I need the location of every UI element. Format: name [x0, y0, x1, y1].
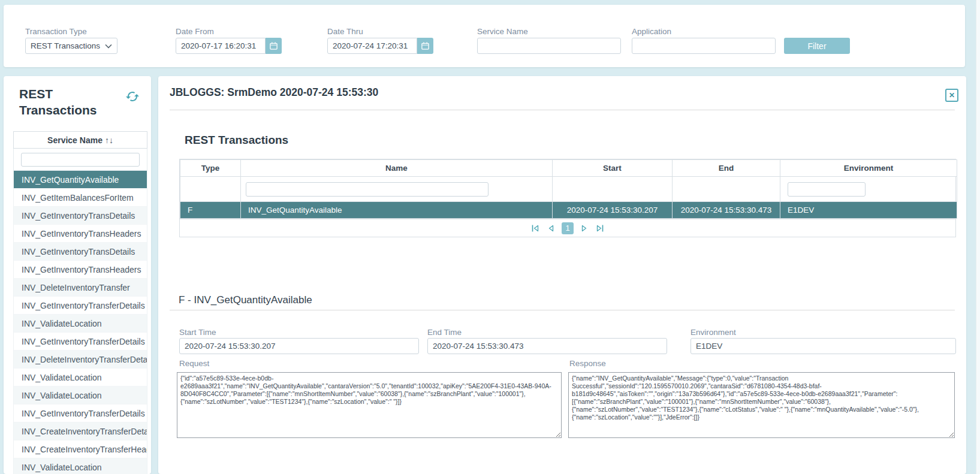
page-scrollbar[interactable] — [976, 0, 980, 474]
end-filter-cell — [673, 177, 780, 202]
transaction-detail-panel: JBLOGGS: SrmDemo 2020-07-24 15:53:30 ✕ R… — [158, 76, 966, 474]
calendar-icon — [269, 41, 278, 50]
tx-table-filter-row — [180, 177, 957, 202]
service-list-item[interactable]: INV_GetQuantityAvailable — [14, 171, 147, 189]
tx-table-body: FINV_GetQuantityAvailable2020-07-24 15:5… — [180, 202, 957, 219]
close-button[interactable]: ✕ — [945, 89, 958, 102]
detail-section-title: F - INV_GetQuantityAvailable — [179, 294, 312, 306]
service-list-item[interactable]: INV_ValidateLocation — [14, 387, 147, 404]
application-input[interactable] — [632, 38, 776, 54]
transaction-type-label: Transaction Type — [25, 27, 87, 36]
service-list-table: Service Name ↑↓ INV_GetQuantityAvailable… — [13, 131, 147, 474]
next-page-icon — [580, 224, 589, 233]
divider — [170, 310, 955, 310]
service-name-header-label: Service Name — [47, 135, 102, 145]
tx-table-header-row: TypeNameStartEndEnvironment — [180, 160, 957, 177]
transaction-cell-type: F — [180, 202, 241, 219]
service-list: INV_GetQuantityAvailableINV_GetItemBalan… — [13, 171, 147, 474]
service-name-input[interactable] — [477, 38, 621, 54]
end-time-input[interactable] — [427, 338, 667, 354]
service-list-item[interactable]: INV_GetInventoryTransferDetails — [14, 404, 147, 422]
tx-column-header[interactable]: Start — [553, 160, 673, 177]
service-list-item[interactable]: INV_DeleteInventoryTransferDetail — [14, 351, 147, 369]
transaction-cell-end: 2020-07-24 15:53:30.473 — [673, 202, 780, 219]
application-label: Application — [632, 27, 671, 36]
rest-transactions-sidebar: REST Transactions Service Name ↑↓ INV_Ge… — [4, 76, 151, 474]
refresh-icon — [125, 89, 140, 105]
environment-input[interactable] — [690, 338, 956, 354]
service-search-row — [13, 149, 147, 171]
start-time-label: Start Time — [179, 328, 216, 337]
transaction-type-value: REST Transactions — [31, 41, 100, 50]
name-filter-cell — [241, 177, 553, 202]
service-list-item[interactable]: INV_ValidateLocation — [14, 315, 147, 333]
transaction-type-select[interactable]: REST Transactions — [25, 38, 117, 54]
previous-page-button[interactable] — [546, 224, 556, 233]
transaction-cell-name: INV_GetQuantityAvailable — [241, 202, 553, 219]
last-page-button[interactable] — [595, 224, 605, 233]
service-name-label: Service Name — [477, 27, 528, 36]
refresh-button[interactable] — [125, 89, 140, 105]
start-filter-cell — [553, 177, 673, 202]
calendar-icon — [421, 41, 430, 50]
environment-filter-input[interactable] — [788, 182, 866, 197]
current-page-button[interactable]: 1 — [562, 222, 574, 234]
close-icon: ✕ — [949, 91, 955, 99]
date-from-label: Date From — [176, 27, 214, 36]
chevron-down-icon — [105, 44, 112, 49]
service-list-item[interactable]: INV_ValidateLocation — [14, 458, 147, 474]
service-list-item[interactable]: INV_CreateInventoryTransferHeader — [14, 440, 147, 458]
type-filter-cell — [180, 177, 241, 202]
transaction-cell-environment: E1DEV — [780, 202, 957, 219]
first-page-button[interactable] — [530, 224, 540, 233]
response-textarea[interactable]: {"name":"INV_GetQuantityAvailable","Mess… — [568, 372, 955, 438]
request-label: Request — [179, 359, 209, 368]
service-list-item[interactable]: INV_GetInventoryTransferDetails — [14, 297, 147, 315]
date-from-calendar-button[interactable] — [266, 38, 282, 54]
start-time-input[interactable] — [179, 338, 419, 354]
date-thru-calendar-button[interactable] — [417, 38, 433, 54]
next-page-button[interactable] — [580, 224, 589, 233]
divider — [170, 110, 955, 110]
date-thru-label: Date Thru — [327, 27, 363, 36]
service-list-item[interactable]: INV_GetInventoryTransHeaders — [14, 225, 147, 243]
end-time-label: End Time — [427, 328, 462, 337]
date-from-input[interactable] — [176, 38, 266, 54]
tx-column-header[interactable]: End — [673, 160, 780, 177]
service-list-item[interactable]: INV_CreateInventoryTransferDetail — [14, 422, 147, 440]
filter-button[interactable]: Filter — [784, 38, 850, 54]
tx-column-header[interactable]: Name — [241, 160, 553, 177]
service-list-item[interactable]: INV_ValidateLocation — [14, 369, 147, 387]
tx-column-header[interactable]: Type — [180, 160, 241, 177]
date-thru-input[interactable] — [327, 38, 417, 54]
panel-title: JBLOGGS: SrmDemo 2020-07-24 15:53:30 — [170, 86, 378, 99]
rest-transactions-heading: REST Transactions — [185, 134, 288, 147]
pagination: 1 — [180, 219, 955, 237]
service-list-item[interactable]: INV_GetInventoryTransHeaders — [14, 261, 147, 279]
service-list-item[interactable]: INV_GetInventoryTransferDetails — [14, 333, 147, 351]
filter-bar: Transaction Type REST Transactions Date … — [4, 5, 965, 67]
name-filter-input[interactable] — [246, 182, 489, 197]
tx-column-header[interactable]: Environment — [780, 160, 957, 177]
service-list-item[interactable]: INV_GetInventoryTransDetails — [14, 243, 147, 261]
service-list-item[interactable]: INV_GetItemBalancesForItem — [14, 189, 147, 207]
transaction-cell-start: 2020-07-24 15:53:30.207 — [553, 202, 673, 219]
transactions-table: TypeNameStartEndEnvironment FINV_GetQuan… — [179, 159, 956, 237]
service-search-input[interactable] — [21, 153, 140, 167]
service-list-item[interactable]: INV_GetInventoryTransDetails — [14, 207, 147, 225]
last-page-icon — [596, 224, 604, 233]
service-list-item[interactable]: INV_DeleteInventoryTransfer — [14, 279, 147, 297]
sidebar-title: REST Transactions — [19, 86, 122, 118]
environment-filter-cell — [780, 177, 957, 202]
request-textarea[interactable]: {"id":"a57e5c89-533e-4ece-b0db-e2689aaa3… — [177, 372, 562, 438]
transaction-row[interactable]: FINV_GetQuantityAvailable2020-07-24 15:5… — [180, 202, 957, 219]
service-name-column-header[interactable]: Service Name ↑↓ — [13, 131, 147, 149]
environment-label: Environment — [690, 328, 736, 337]
response-label: Response — [569, 359, 606, 368]
previous-page-icon — [547, 224, 555, 233]
sort-icon: ↑↓ — [105, 135, 113, 145]
first-page-icon — [531, 224, 539, 233]
